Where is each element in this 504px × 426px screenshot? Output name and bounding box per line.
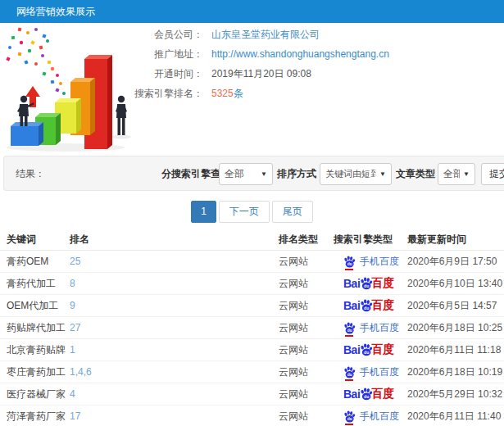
- table-row: 菏泽膏药厂家17云网站du手机百度2020年6月11日 11:40: [0, 406, 504, 426]
- updated-time-cell: 2020年6月5日 14:57: [406, 299, 504, 313]
- table-header-row: 关键词 排名 排名类型 搜索引擎类型 最新更新时间: [0, 229, 504, 251]
- rank-link[interactable]: 17: [70, 410, 80, 422]
- baidu-paw-icon: du: [343, 366, 356, 378]
- rank-type-cell: 云网站: [279, 365, 332, 379]
- mobile-baidu-logo: du手机百度: [343, 365, 399, 379]
- engine-type-cell: Baidu百度: [332, 387, 406, 401]
- pagination: 1 下一页 尾页: [0, 201, 504, 223]
- keyword-cell: 北京膏药贴牌: [0, 343, 70, 357]
- last-page-button[interactable]: 尾页: [272, 201, 313, 223]
- engine-type-cell: Baidu百度: [332, 298, 406, 313]
- table-row: OEM代加工9云网站Baidu百度2020年6月5日 14:57: [0, 295, 504, 317]
- col-header-engine-type: 搜索引擎类型: [332, 233, 406, 247]
- baidu-paw-icon: du: [360, 299, 373, 312]
- updated-time-cell: 2020年6月10日 13:40: [406, 277, 504, 291]
- sort-filter-label: 排序方式: [277, 156, 316, 192]
- keyword-cell: 医疗器械厂家: [0, 387, 70, 401]
- svg-text:du: du: [347, 329, 352, 333]
- mobile-baidu-logo: du手机百度: [343, 321, 399, 335]
- businessman-right-icon: [116, 96, 127, 135]
- info-value: 2019年11月20日 09:08: [211, 67, 311, 81]
- sort-select[interactable]: 关键词由短到长排序 ▼: [320, 163, 392, 185]
- rank-type-cell: 云网站: [279, 343, 332, 357]
- baidu-paw-icon: du: [343, 256, 356, 268]
- engine-name-label: 手机百度: [360, 365, 399, 379]
- dropdown-caret-icon: ▼: [261, 170, 267, 178]
- engine-type-cell: Baidu百度: [332, 342, 406, 357]
- page-header: 网络营销效果展示: [0, 0, 504, 23]
- table-row: 膏药OEM25云网站du手机百度2020年6月9日 17:50: [0, 251, 504, 273]
- baidu-logo: Baidu百度: [343, 342, 394, 357]
- baidu-cn-label: 百度: [371, 276, 394, 291]
- baidu-paw-icon: du: [343, 322, 356, 334]
- info-row: 开通时间：2019年11月20日 09:08: [131, 64, 389, 84]
- rank-type-cell: 云网站: [279, 321, 332, 335]
- rank-link[interactable]: 8: [70, 278, 75, 289]
- result-label: 结果：: [16, 156, 45, 192]
- keyword-cell: 膏药代加工: [0, 277, 70, 291]
- submit-button[interactable]: 提交: [481, 163, 504, 185]
- rank-link[interactable]: 1,4,6: [70, 366, 92, 378]
- rank-type-cell: 云网站: [279, 277, 332, 291]
- updated-time-cell: 2020年5月29日 10:32: [406, 387, 504, 401]
- next-page-button[interactable]: 下一页: [219, 201, 270, 223]
- engine-type-cell: du手机百度: [332, 255, 406, 269]
- info-value-link[interactable]: 山东皇圣堂药业有限公司: [211, 28, 320, 42]
- updated-time-cell: 2020年6月18日 10:19: [406, 365, 504, 379]
- col-header-rank-type: 排名类型: [279, 233, 332, 247]
- baidu-bai-label: Bai: [343, 387, 360, 401]
- engine-select[interactable]: 全部 ▼: [219, 163, 273, 185]
- baidu-cn-label: 百度: [371, 387, 394, 401]
- rank-type-cell: 云网站: [279, 387, 332, 401]
- rank-link[interactable]: 25: [70, 256, 80, 267]
- engine-type-cell: Baidu百度: [332, 276, 406, 291]
- baidu-logo: Baidu百度: [343, 276, 394, 291]
- info-row: 推广地址：http://www.shandonghuangshengtang.c…: [131, 44, 389, 64]
- engine-name-label: 手机百度: [360, 255, 399, 269]
- dropdown-caret-icon: ▼: [379, 170, 386, 178]
- col-header-keyword: 关键词: [0, 233, 70, 247]
- baidu-logo: Baidu百度: [343, 387, 394, 401]
- svg-text:du: du: [364, 306, 369, 310]
- table-row: 医疗器械厂家4云网站Baidu百度2020年5月29日 10:32: [0, 383, 504, 406]
- info-row: 会员公司：山东皇圣堂药业有限公司: [131, 25, 389, 44]
- keyword-cell: 膏药OEM: [0, 255, 70, 269]
- svg-text:du: du: [364, 350, 369, 355]
- info-label: 推广地址：: [131, 48, 203, 61]
- ranking-count-unit: 条: [234, 88, 243, 99]
- svg-text:du: du: [347, 262, 352, 266]
- results-table: 关键词 排名 排名类型 搜索引擎类型 最新更新时间 膏药OEM25云网站du手机…: [0, 229, 504, 426]
- svg-text:du: du: [364, 283, 369, 288]
- engine-name-label: 手机百度: [360, 410, 399, 424]
- rank-link[interactable]: 4: [70, 388, 75, 400]
- info-value-link[interactable]: http://www.shandonghuangshengtang.cn: [211, 48, 389, 60]
- table-row: 药贴牌代加工27云网站du手机百度2020年6月18日 10:25: [0, 317, 504, 339]
- info-label: 搜索引擎排名：: [131, 87, 203, 101]
- updated-time-cell: 2020年6月9日 17:50: [406, 255, 504, 269]
- table-row: 北京膏药贴牌1云网站Baidu百度2020年6月11日 11:18: [0, 339, 504, 361]
- col-header-rank: 排名: [70, 233, 279, 247]
- baidu-underline-icon: [345, 379, 353, 381]
- rank-link[interactable]: 9: [70, 300, 75, 311]
- mobile-baidu-logo: du手机百度: [343, 255, 399, 269]
- updated-time-cell: 2020年6月18日 10:25: [406, 321, 504, 335]
- info-label: 会员公司：: [131, 28, 203, 42]
- baidu-underline-icon: [345, 269, 353, 270]
- rank-link[interactable]: 27: [70, 322, 80, 333]
- page-1-button[interactable]: 1: [191, 201, 216, 223]
- keyword-cell: 枣庄膏药加工: [0, 365, 70, 379]
- rank-type-cell: 云网站: [279, 299, 332, 313]
- table-row: 枣庄膏药加工1,4,6云网站du手机百度2020年6月18日 10:19: [0, 361, 504, 383]
- engine-name-label: 手机百度: [360, 321, 399, 335]
- mobile-baidu-logo: du手机百度: [343, 410, 399, 424]
- ranking-count: 5325: [211, 88, 234, 99]
- baidu-paw-icon: du: [360, 387, 373, 401]
- article-type-select[interactable]: 全部 ▼: [438, 163, 475, 185]
- baidu-underline-icon: [345, 424, 353, 425]
- table-row: 膏药代加工8云网站Baidu百度2020年6月10日 13:40: [0, 273, 504, 295]
- baidu-underline-icon: [345, 335, 353, 337]
- article-type-label: 文章类型: [396, 156, 435, 192]
- rank-link[interactable]: 1: [70, 344, 75, 356]
- baidu-logo: Baidu百度: [343, 298, 394, 313]
- baidu-cn-label: 百度: [371, 342, 394, 357]
